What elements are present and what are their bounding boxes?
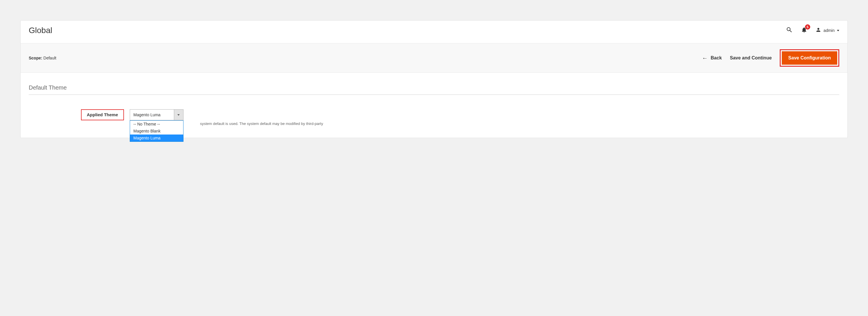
scope-value: Default xyxy=(43,56,56,60)
notifications-button[interactable]: 5 xyxy=(801,27,807,34)
content-area: Default Theme Applied Theme Magento Luma… xyxy=(21,73,847,138)
notification-badge: 5 xyxy=(805,24,810,30)
user-menu[interactable]: admin xyxy=(815,27,839,34)
scope-display: Scope: Default xyxy=(29,56,56,60)
main-panel: Global 5 admin Scope: Default xyxy=(20,20,848,138)
applied-theme-select[interactable]: Magento Luma xyxy=(130,109,183,120)
save-and-continue-button[interactable]: Save and Continue xyxy=(730,56,772,61)
applied-theme-label: Applied Theme xyxy=(87,112,118,117)
page-title: Global xyxy=(29,26,52,35)
applied-theme-select-wrapper: Magento Luma -- No Theme --Magento Blank… xyxy=(130,109,183,120)
dropdown-option[interactable]: Magento Blank xyxy=(130,128,183,135)
save-config-highlight: Save Configuration xyxy=(780,49,839,67)
applied-theme-row: Applied Theme Magento Luma -- No Theme -… xyxy=(81,109,839,120)
caret-down-icon xyxy=(177,114,180,116)
arrow-left-icon: ← xyxy=(702,55,708,62)
select-arrow-button[interactable] xyxy=(174,110,183,120)
user-icon xyxy=(815,27,821,34)
back-button[interactable]: ← Back xyxy=(702,55,722,62)
search-icon[interactable] xyxy=(786,26,793,35)
toolbar: Scope: Default ← Back Save and Continue … xyxy=(21,43,847,73)
section-title: Default Theme xyxy=(29,84,839,95)
header-row: Global 5 admin xyxy=(21,21,847,35)
applied-theme-dropdown: -- No Theme --Magento BlankMagento Luma xyxy=(130,120,183,142)
bell-icon xyxy=(801,29,807,34)
dropdown-option[interactable]: -- No Theme -- xyxy=(130,120,183,128)
save-configuration-button[interactable]: Save Configuration xyxy=(782,51,837,65)
username-label: admin xyxy=(824,28,835,33)
back-label: Back xyxy=(711,56,722,61)
dropdown-option[interactable]: Magento Luma xyxy=(130,135,183,141)
scope-label-prefix: Scope: xyxy=(29,56,42,60)
select-value: Magento Luma xyxy=(130,110,174,120)
header-actions: 5 admin xyxy=(786,26,839,35)
toolbar-buttons: ← Back Save and Continue Save Configurat… xyxy=(702,49,839,67)
field-label-highlight: Applied Theme xyxy=(81,109,124,120)
caret-down-icon xyxy=(837,30,839,31)
help-text: system default is used. The system defau… xyxy=(200,121,323,126)
